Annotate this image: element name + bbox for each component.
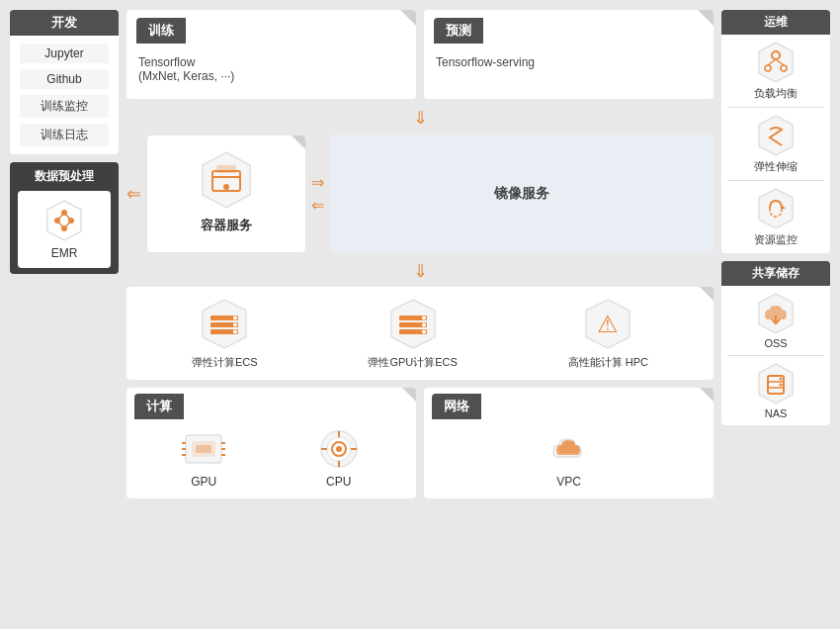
svg-point-19 [233, 323, 237, 327]
svg-point-13 [223, 184, 229, 190]
yunwei-items: 负载均衡 弹性伸缩 [721, 35, 830, 253]
svg-text:⚠: ⚠ [597, 311, 619, 337]
kaifa-header: 开发 [10, 10, 119, 36]
vpc-label: VPC [556, 475, 581, 489]
fuzai-icon [756, 41, 796, 84]
jisuan-title: 计算 [134, 394, 184, 419]
sep3 [727, 355, 824, 356]
svg-point-20 [233, 330, 237, 334]
emr-icon [44, 199, 84, 242]
yuce-title: 预测 [434, 18, 483, 44]
yunwei-header: 运维 [721, 10, 830, 35]
arrow-row-2: ⇒ [126, 261, 714, 279]
yunwei-section: 运维 负载均衡 [721, 10, 830, 253]
jisuan-card: 计算 [126, 388, 416, 498]
sep2 [727, 180, 824, 181]
arrow-left-rongqi: ⇐ [126, 183, 141, 205]
hpc-icon: ⚠ [583, 297, 632, 351]
svg-marker-0 [47, 201, 81, 240]
jingxiang-card: 镜像服务 [330, 135, 714, 253]
gongjiao-items: OSS NAS [721, 286, 830, 425]
svg-point-27 [422, 330, 426, 334]
rongqi-label: 容器服务 [147, 217, 305, 242]
kaifa-items: Jupyter Github 训练监控 训练日志 [10, 36, 119, 154]
cpu-item: CPU [317, 427, 361, 489]
gpu-ecs-icon [388, 297, 438, 351]
ecs-icon [200, 297, 249, 351]
svg-marker-54 [759, 189, 793, 228]
nas-icon [756, 362, 796, 405]
jisuan-icons: GPU [126, 419, 416, 498]
cpu-label: CPU [326, 475, 351, 489]
left-column: 开发 Jupyter Github 训练监控 训练日志 数据预处理 [10, 10, 119, 619]
nas-item: NAS [727, 362, 824, 419]
fuzai-label: 负载均衡 [754, 86, 798, 101]
arrow-down-1: ⇒ [409, 110, 431, 125]
bidirectional-arrows: ⇒ ⇐ [311, 173, 324, 215]
ziyuan-label: 资源监控 [754, 232, 798, 247]
svg-point-25 [422, 316, 426, 320]
kaifa-item-jupyter: Jupyter [20, 44, 109, 63]
xunlian-title: 训练 [136, 18, 186, 44]
ziyuan-icon [756, 187, 796, 230]
cpu-icon [317, 427, 361, 471]
svg-rect-32 [196, 445, 211, 453]
bottom-row: 计算 [126, 388, 714, 498]
arrow-row-1: ⇒ [126, 107, 714, 127]
arrow-down-2: ⇒ [409, 263, 431, 278]
hpc-item: ⚠ 高性能计算 HPC [568, 297, 648, 370]
vpc-item: VPC [547, 427, 591, 489]
vpc-icon [547, 427, 591, 471]
gpu-item: GPU [182, 427, 225, 489]
xunlian-card: 训练 Tensorflow(MxNet, Keras, ···) [126, 10, 416, 99]
wangluo-card: 网络 VPC [424, 388, 714, 498]
svg-marker-53 [759, 116, 793, 155]
jingxiang-label: 镜像服务 [474, 165, 569, 223]
data-pre-card: 数据预处理 EMR [10, 162, 119, 274]
svg-marker-57 [759, 364, 793, 404]
data-pre-inner: EMR [18, 191, 111, 268]
hpc-label: 高性能计算 HPC [568, 355, 648, 370]
gpu-icon [182, 427, 225, 471]
svg-point-26 [422, 323, 426, 327]
svg-marker-47 [759, 43, 793, 82]
oss-icon [756, 292, 796, 335]
nas-label: NAS [765, 407, 788, 419]
sep1 [727, 107, 824, 108]
kaifa-card: 开发 Jupyter Github 训练监控 训练日志 [10, 10, 119, 154]
tanxing-item: 弹性伸缩 [727, 114, 824, 174]
fuzai-item: 负载均衡 [727, 41, 824, 101]
yuce-card: 预测 Tensorflow-serving [424, 10, 714, 99]
center-top-row: 训练 Tensorflow(MxNet, Keras, ···) 预测 Tens… [126, 10, 714, 99]
gongjiao-header: 共享储存 [721, 261, 830, 286]
kaifa-item-log: 训练日志 [20, 124, 109, 146]
wangluo-icons: VPC [424, 419, 714, 498]
gpu-ecs-item: 弹性GPU计算ECS [368, 297, 457, 370]
svg-rect-12 [216, 165, 236, 173]
gpu-ecs-label: 弹性GPU计算ECS [368, 355, 457, 370]
gongjiao-section: 共享储存 OSS [721, 261, 830, 425]
center-mid-row: ⇐ [126, 135, 714, 253]
ecs-label: 弹性计算ECS [192, 355, 258, 370]
arrow-right-mid: ⇒ [311, 173, 324, 192]
compute-card: 弹性计算ECS 弹性GPU计算ECS [126, 287, 714, 380]
svg-marker-9 [203, 152, 250, 208]
ecs-item: 弹性计算ECS [192, 297, 258, 370]
rongqi-card: 容器服务 [147, 135, 305, 252]
yuce-content: Tensorflow-serving [424, 51, 714, 79]
center-column: 训练 Tensorflow(MxNet, Keras, ···) 预测 Tens… [126, 10, 714, 619]
svg-point-42 [336, 446, 342, 452]
svg-point-62 [780, 384, 783, 387]
svg-point-18 [233, 316, 237, 320]
right-column: 运维 负载均衡 [721, 10, 830, 619]
svg-point-61 [780, 378, 783, 381]
wangluo-title: 网络 [432, 394, 481, 419]
kaifa-title: 开发 [51, 15, 77, 30]
arrow-left-mid: ⇐ [311, 196, 324, 215]
emr-label: EMR [51, 246, 78, 260]
xunlian-content: Tensorflow(MxNet, Keras, ···) [126, 51, 416, 93]
main-container: 开发 Jupyter Github 训练监控 训练日志 数据预处理 [0, 0, 840, 629]
kaifa-item-github: Github [20, 69, 109, 89]
ziyuan-item: 资源监控 [727, 187, 824, 247]
tanxing-label: 弹性伸缩 [754, 159, 798, 174]
